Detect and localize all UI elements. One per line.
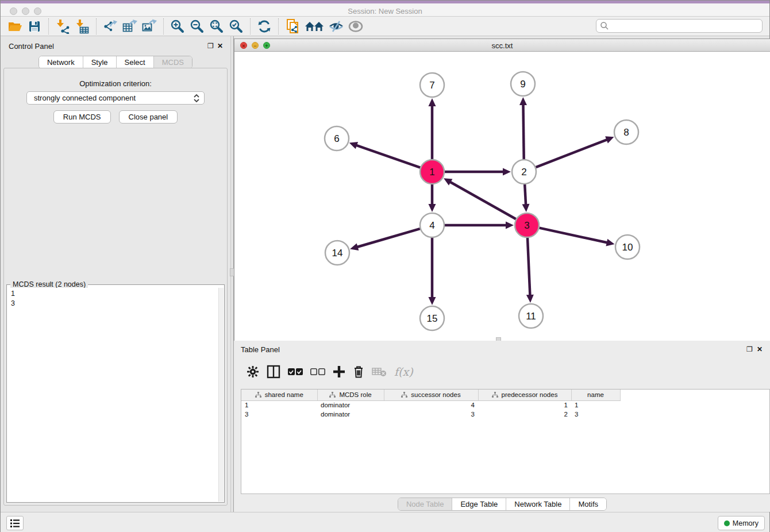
node-table[interactable]: shared nameMCDS rolesuccessor nodesprede… bbox=[241, 389, 770, 494]
export-image-button[interactable] bbox=[141, 18, 158, 34]
tab-mcds[interactable]: MCDS bbox=[154, 56, 192, 68]
table-cell[interactable]: 1 bbox=[478, 400, 571, 410]
tab-style[interactable]: Style bbox=[83, 56, 117, 68]
unchecked-boxes-icon bbox=[310, 368, 325, 376]
edge-3-1[interactable] bbox=[449, 182, 516, 219]
control-panel-tabs: NetworkStyleSelectMCDS bbox=[1, 56, 230, 69]
table-cell[interactable]: 2 bbox=[478, 410, 571, 419]
table-cell[interactable]: dominator bbox=[317, 410, 384, 419]
deselect-all-columns-button[interactable] bbox=[310, 363, 325, 380]
table-tab-network-table[interactable]: Network Table bbox=[506, 498, 570, 510]
select-all-columns-button[interactable] bbox=[288, 363, 303, 380]
application-window: Session: New Session bbox=[0, 0, 770, 532]
table-cell[interactable]: 3 bbox=[571, 410, 620, 419]
hierarchy-icon bbox=[492, 392, 498, 398]
edge-3-10[interactable] bbox=[539, 228, 608, 243]
run-mcds-button[interactable]: Run MCDS bbox=[53, 110, 111, 124]
delete-column-button[interactable] bbox=[353, 363, 364, 380]
checked-boxes-icon bbox=[288, 368, 303, 376]
show-all-views-button[interactable] bbox=[303, 18, 325, 34]
show-graphics-details-button[interactable] bbox=[347, 18, 364, 34]
graph-node-label-6: 6 bbox=[334, 133, 339, 144]
float-panel-icon[interactable]: ❐ bbox=[207, 43, 214, 49]
export-network-button[interactable] bbox=[102, 18, 119, 34]
column-header-predecessor-nodes[interactable]: predecessor nodes bbox=[478, 390, 571, 400]
zoom-selected-icon bbox=[229, 19, 244, 34]
search-box[interactable] bbox=[596, 19, 763, 33]
column-header-successor-nodes[interactable]: successor nodes bbox=[384, 390, 478, 400]
search-icon bbox=[600, 21, 609, 30]
memory-button[interactable]: Memory bbox=[718, 516, 765, 530]
window-titlebar[interactable]: Session: New Session bbox=[1, 3, 769, 17]
arrowhead-icon bbox=[503, 168, 511, 176]
graph-node-label-4: 4 bbox=[429, 220, 434, 231]
table-cell[interactable]: 1 bbox=[241, 400, 317, 410]
close-panel-button[interactable]: Close panel bbox=[119, 110, 178, 124]
network-window-titlebar[interactable]: × − + scc.txt bbox=[234, 39, 770, 52]
edge-3-11[interactable] bbox=[528, 238, 530, 296]
table-cell[interactable]: 1 bbox=[571, 400, 620, 410]
table-cell[interactable]: 4 bbox=[384, 400, 478, 410]
export-image-icon bbox=[141, 19, 157, 34]
zoom-fit-button[interactable] bbox=[208, 18, 225, 34]
apply-layout-button[interactable] bbox=[256, 18, 273, 34]
import-network-button[interactable] bbox=[54, 18, 71, 34]
hierarchy-icon bbox=[401, 392, 407, 398]
edge-2-3[interactable] bbox=[525, 184, 526, 206]
table-cell[interactable]: dominator bbox=[317, 400, 384, 410]
optimization-criterion-dropdown[interactable]: strongly connected component bbox=[26, 91, 205, 105]
table-row[interactable]: 3dominator323 bbox=[241, 410, 620, 419]
arrowhead-icon bbox=[522, 204, 530, 212]
tab-network[interactable]: Network bbox=[39, 56, 83, 68]
open-session-button[interactable] bbox=[6, 18, 24, 34]
close-panel-icon[interactable]: ✕ bbox=[217, 43, 223, 49]
graph-node-label-9: 9 bbox=[520, 79, 525, 90]
mcds-result-text[interactable]: 1 3 bbox=[7, 288, 218, 502]
columns-icon bbox=[267, 365, 280, 379]
export-table-button[interactable] bbox=[121, 18, 138, 34]
zoom-in-icon bbox=[170, 19, 185, 34]
column-header-MCDS-role[interactable]: MCDS role bbox=[317, 390, 384, 400]
arrowhead-icon bbox=[526, 295, 534, 303]
column-header-shared-name[interactable]: shared name bbox=[241, 390, 317, 400]
mcds-result-group: MCDS result (2 nodes) 1 3 bbox=[6, 284, 225, 503]
save-session-button[interactable] bbox=[26, 18, 43, 34]
import-table-button[interactable] bbox=[74, 18, 91, 34]
table-tab-node-table[interactable]: Node Table bbox=[398, 498, 453, 510]
network-graph[interactable]: 7968124314101511 bbox=[234, 52, 770, 341]
delete-table-icon bbox=[372, 367, 387, 377]
table-cell[interactable]: 3 bbox=[384, 410, 478, 419]
chevron-up-down-icon bbox=[192, 94, 201, 103]
edge-1-6[interactable] bbox=[355, 145, 420, 168]
table-float-panel-icon[interactable]: ❐ bbox=[746, 346, 753, 353]
edge-2-9[interactable] bbox=[523, 103, 523, 159]
hide-graphics-details-button[interactable] bbox=[328, 18, 345, 34]
zoom-out-button[interactable] bbox=[188, 18, 206, 34]
graph-node-label-15: 15 bbox=[427, 313, 438, 324]
tab-select[interactable]: Select bbox=[117, 56, 154, 68]
table-cell[interactable]: 3 bbox=[241, 410, 317, 419]
function-builder-button-disabled: f(x) bbox=[394, 363, 413, 380]
memory-status-dot bbox=[724, 521, 730, 526]
column-layout-button[interactable] bbox=[267, 363, 280, 380]
dropdown-value: strongly connected component bbox=[34, 94, 136, 102]
main-toolbar bbox=[1, 17, 769, 36]
table-settings-button[interactable] bbox=[247, 363, 259, 380]
edge-4-14[interactable] bbox=[356, 229, 420, 247]
search-input[interactable] bbox=[609, 20, 762, 32]
table-close-panel-icon[interactable]: ✕ bbox=[757, 346, 763, 353]
task-history-button[interactable] bbox=[6, 516, 24, 530]
table-row[interactable]: 1dominator411 bbox=[241, 400, 620, 410]
table-tab-edge-table[interactable]: Edge Table bbox=[452, 498, 506, 510]
zoom-selected-button[interactable] bbox=[228, 18, 245, 34]
clone-network-button[interactable] bbox=[284, 18, 301, 34]
result-scrollbar[interactable] bbox=[218, 288, 224, 502]
edge-2-8[interactable] bbox=[536, 139, 609, 167]
column-header-name[interactable]: name bbox=[571, 390, 620, 400]
table-tab-motifs[interactable]: Motifs bbox=[570, 498, 606, 510]
export-network-icon bbox=[103, 19, 118, 34]
gear-icon bbox=[247, 365, 259, 378]
zoom-in-button[interactable] bbox=[169, 18, 186, 34]
add-column-button[interactable] bbox=[333, 363, 345, 380]
graph-node-label-3: 3 bbox=[524, 220, 529, 231]
